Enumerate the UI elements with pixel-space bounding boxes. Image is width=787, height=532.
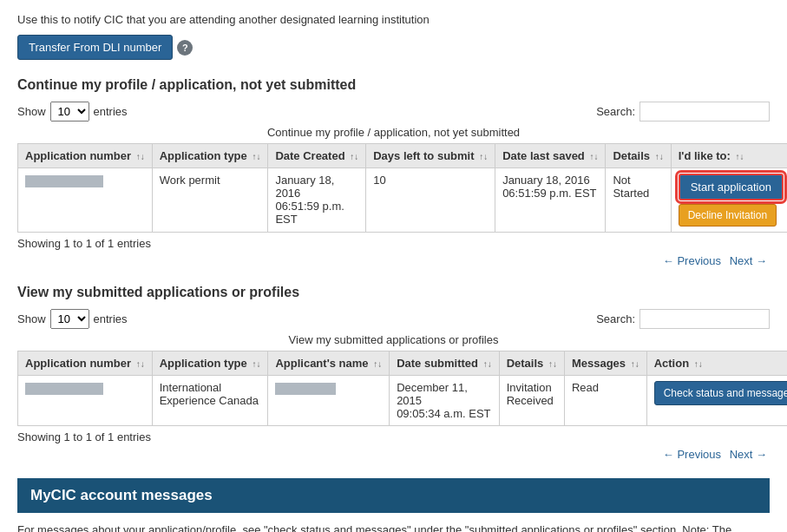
cell-app-number [18, 168, 153, 233]
sort-icon-14: ↑↓ [694, 359, 703, 369]
col-app-number-1[interactable]: Application number ↑↓ [18, 144, 153, 168]
start-application-button[interactable]: Start application [679, 174, 784, 200]
section2-title: View my submitted applications or profil… [17, 285, 770, 300]
cell-app-type: Work permit [152, 168, 268, 233]
search-box-2: Search: [596, 309, 770, 329]
entries-select-2[interactable]: 10 25 50 [50, 309, 89, 329]
table2-subtitle: View my submitted applications or profil… [17, 333, 770, 346]
table1-subtitle: Continue my profile / application, not y… [17, 126, 770, 139]
prev-link-2[interactable]: ← Previous [663, 448, 721, 461]
col-applicant-name[interactable]: Applicant's name ↑↓ [268, 351, 390, 376]
redacted-app-number [25, 175, 103, 187]
col-details-2[interactable]: Details ↑↓ [499, 351, 564, 376]
show-label-1: Show [17, 105, 46, 118]
sort-icon-2: ↑↓ [252, 152, 260, 161]
cell-action: Start application Decline Invitation [671, 168, 787, 233]
show-entries-2: Show 10 25 50 entries [17, 309, 128, 329]
cell-details: Not Started [606, 168, 671, 233]
section2-controls: Show 10 25 50 entries Search: [17, 309, 770, 329]
section2-table: Application number ↑↓ Application type ↑… [17, 351, 787, 426]
date-created-time: 06:51:59 p.m. EST [275, 200, 344, 226]
sort-icon-1: ↑↓ [136, 152, 145, 161]
next-link-1[interactable]: Next → [730, 254, 767, 267]
sort-icon-11: ↑↓ [483, 359, 492, 369]
transfer-dli-button[interactable]: Transfer From DLI number [17, 35, 173, 60]
pagination-2: ← Previous Next → [17, 448, 770, 461]
col-date-created[interactable]: Date Created ↑↓ [268, 144, 366, 168]
sort-icon-8: ↑↓ [136, 359, 145, 369]
mycic-section: MyCIC account messages For messages abou… [17, 478, 770, 532]
redacted-app-number-2 [25, 383, 103, 395]
top-bar: Transfer From DLI number ? [17, 35, 770, 60]
mycic-body1: For messages about your application/prof… [17, 522, 770, 532]
cell-action-2: Check status and messages [646, 376, 787, 426]
pagination-1: ← Previous Next → [17, 254, 770, 267]
col-id-like-to[interactable]: I'd like to: ↑↓ [671, 144, 787, 168]
showing-text-1: Showing 1 to 1 of 1 entries [17, 237, 770, 250]
section2-block: View my submitted applications or profil… [17, 285, 770, 461]
sort-icon-4: ↑↓ [479, 152, 488, 161]
col-days-left[interactable]: Days left to submit ↑↓ [366, 144, 495, 168]
date-submitted-val: December 11, 2015 [397, 381, 468, 407]
cell-applicant-name [268, 376, 390, 426]
decline-invitation-button[interactable]: Decline Invitation [679, 204, 777, 227]
sort-icon-10: ↑↓ [373, 359, 382, 369]
cell-date-saved: January 18, 2016 06:51:59 p.m. EST [495, 168, 606, 233]
cell-days-left: 10 [366, 168, 495, 233]
search-input-1[interactable] [639, 102, 770, 122]
entries-label-2: entries [94, 312, 128, 325]
mycic-header: MyCIC account messages [17, 478, 770, 513]
sort-icon-6: ↑↓ [655, 152, 664, 161]
col-action[interactable]: Action ↑↓ [646, 351, 787, 376]
check-status-button[interactable]: Check status and messages [654, 381, 787, 405]
cell-messages: Read [564, 376, 646, 426]
showing-text-2: Showing 1 to 1 of 1 entries [17, 430, 770, 443]
help-icon[interactable]: ? [177, 40, 193, 56]
entries-select-1[interactable]: 10 25 50 [50, 102, 89, 122]
cell-date-submitted: December 11, 2015 09:05:34 a.m. EST [390, 376, 500, 426]
col-messages[interactable]: Messages ↑↓ [564, 351, 646, 376]
col-app-type-1[interactable]: Application type ↑↓ [152, 144, 268, 168]
col-app-type-2[interactable]: Application type ↑↓ [152, 351, 268, 376]
date-saved-val: January 18, 2016 [502, 174, 589, 187]
date-created-val: January 18, 2016 [275, 174, 334, 200]
sort-icon-3: ↑↓ [350, 152, 358, 161]
search-input-2[interactable] [639, 309, 770, 329]
cell-details-2: Invitation Received [499, 376, 564, 426]
section1-table: Application number ↑↓ Application type ↑… [17, 143, 787, 233]
sort-icon-9: ↑↓ [252, 359, 260, 369]
sort-icon-5: ↑↓ [589, 152, 598, 161]
date-saved-time: 06:51:59 p.m. EST [502, 187, 596, 200]
sort-icon-7: ↑↓ [735, 152, 744, 161]
search-label-1: Search: [596, 105, 635, 118]
col-date-saved[interactable]: Date last saved ↑↓ [495, 144, 606, 168]
col-app-number-2[interactable]: Application number ↑↓ [18, 351, 153, 376]
section1-block: Continue my profile / application, not y… [17, 77, 770, 267]
table-row: International Experience Canada December… [18, 376, 788, 426]
entries-label-1: entries [94, 105, 128, 118]
search-label-2: Search: [596, 312, 635, 325]
date-submitted-time: 09:05:34 a.m. EST [397, 407, 490, 420]
col-details-1[interactable]: Details ↑↓ [606, 144, 671, 168]
show-label-2: Show [17, 312, 46, 325]
table-row: Work permit January 18, 2016 06:51:59 p.… [18, 168, 788, 233]
section1-controls: Show 10 25 50 entries Search: [17, 102, 770, 122]
top-notice: Use this to notify CIC that you are atte… [17, 13, 770, 26]
sort-icon-12: ↑↓ [548, 359, 557, 369]
prev-link-1[interactable]: ← Previous [663, 254, 721, 267]
col-date-submitted[interactable]: Date submitted ↑↓ [390, 351, 500, 376]
cell-app-type-2: International Experience Canada [152, 376, 268, 426]
redacted-applicant-name [275, 383, 336, 395]
section1-title: Continue my profile / application, not y… [17, 77, 770, 93]
show-entries-1: Show 10 25 50 entries [17, 102, 128, 122]
sort-icon-13: ↑↓ [631, 359, 639, 369]
search-box-1: Search: [596, 102, 770, 122]
next-link-2[interactable]: Next → [730, 448, 767, 461]
cell-app-number-2 [18, 376, 153, 426]
cell-date-created: January 18, 2016 06:51:59 p.m. EST [268, 168, 366, 233]
